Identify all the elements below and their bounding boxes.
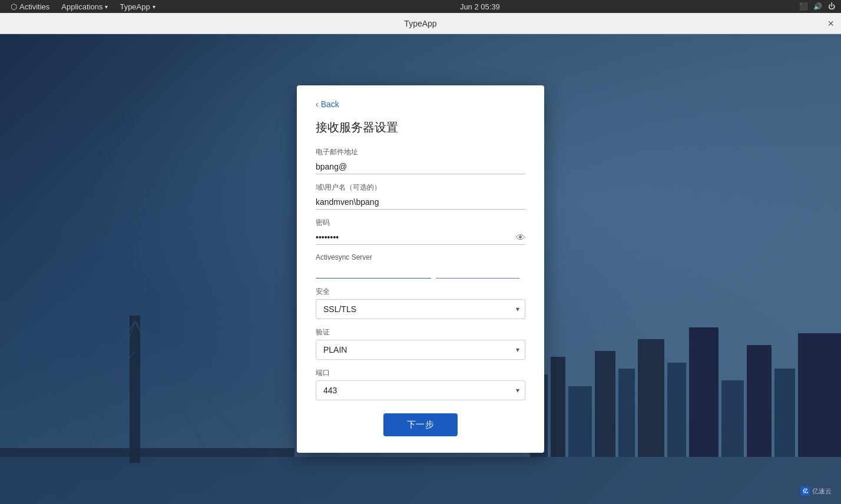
close-button[interactable]: × (827, 18, 834, 29)
app-title-bar: TypeApp × (0, 13, 841, 34)
domain-field-group: 域\用户名（可选的） (316, 183, 525, 210)
activesync-input-1[interactable] (316, 264, 431, 278)
back-label: Back (321, 100, 339, 109)
form-title: 接收服务器设置 (316, 120, 525, 135)
dialog-card: ‹ Back 接收服务器设置 电子邮件地址 域\用户名（可选的） 密码 👁 Ac… (297, 85, 544, 453)
security-label: 安全 (316, 287, 525, 297)
typeapp-arrow: ▾ (153, 4, 155, 10)
monitor-icon: ⬛ (799, 2, 808, 11)
back-link[interactable]: ‹ Back (316, 100, 525, 109)
port-select-wrapper: 443 80 8080 ▾ (316, 380, 525, 400)
watermark: 亿 亿速云 (800, 486, 832, 496)
password-label: 密码 (316, 218, 525, 228)
content-area: ‹ Back 接收服务器设置 电子邮件地址 域\用户名（可选的） 密码 👁 Ac… (0, 34, 841, 504)
speaker-icon: 🔊 (813, 2, 822, 11)
back-chevron-icon: ‹ (316, 100, 319, 109)
auth-select[interactable]: PLAIN LOGIN NTLM GSSAPI (316, 340, 525, 360)
domain-input[interactable] (316, 195, 525, 210)
security-field-group: 安全 SSL/TLS STARTTLS NONE ▾ (316, 287, 525, 319)
password-field-group: 密码 👁 (316, 218, 525, 245)
auth-select-wrapper: PLAIN LOGIN NTLM GSSAPI ▾ (316, 340, 525, 360)
activities-menu[interactable]: ⬡ Activities (5, 0, 55, 13)
watermark-text: 亿速云 (812, 487, 832, 496)
activesync-field-group: Activesync Server (316, 253, 525, 278)
auth-label: 验证 (316, 327, 525, 337)
activesync-wrapper (316, 264, 525, 278)
security-select-wrapper: SSL/TLS STARTTLS NONE ▾ (316, 299, 525, 319)
watermark-logo: 亿 (800, 486, 810, 496)
typeapp-menu[interactable]: TypeApp ▾ (114, 0, 161, 13)
gnome-icon: ⬡ (11, 2, 17, 11)
password-input[interactable] (316, 230, 525, 245)
applications-menu[interactable]: Applications ▾ (55, 0, 114, 13)
port-select[interactable]: 443 80 8080 (316, 380, 525, 400)
app-title: TypeApp (404, 19, 436, 28)
activesync-input-2[interactable] (436, 264, 519, 278)
security-select[interactable]: SSL/TLS STARTTLS NONE (316, 299, 525, 319)
port-label: 端口 (316, 368, 525, 378)
domain-label: 域\用户名（可选的） (316, 183, 525, 193)
password-wrapper: 👁 (316, 230, 525, 245)
port-field-group: 端口 443 80 8080 ▾ (316, 368, 525, 400)
email-field-group: 电子邮件地址 (316, 147, 525, 174)
applications-label: Applications (61, 2, 102, 11)
email-input[interactable] (316, 160, 525, 174)
auth-field-group: 验证 PLAIN LOGIN NTLM GSSAPI ▾ (316, 327, 525, 360)
email-label: 电子邮件地址 (316, 147, 525, 157)
next-button[interactable]: 下一步 (383, 413, 458, 436)
power-icon: ⏻ (827, 2, 836, 11)
datetime-display: Jun 2 05:39 (460, 2, 500, 11)
typeapp-label: TypeApp (120, 2, 150, 11)
activities-label: Activities (19, 2, 49, 11)
applications-arrow: ▾ (105, 4, 108, 10)
activesync-label: Activesync Server (316, 253, 525, 261)
password-toggle-icon[interactable]: 👁 (516, 233, 525, 243)
system-bar: ⬡ Activities Applications ▾ TypeApp ▾ Ju… (0, 0, 841, 13)
